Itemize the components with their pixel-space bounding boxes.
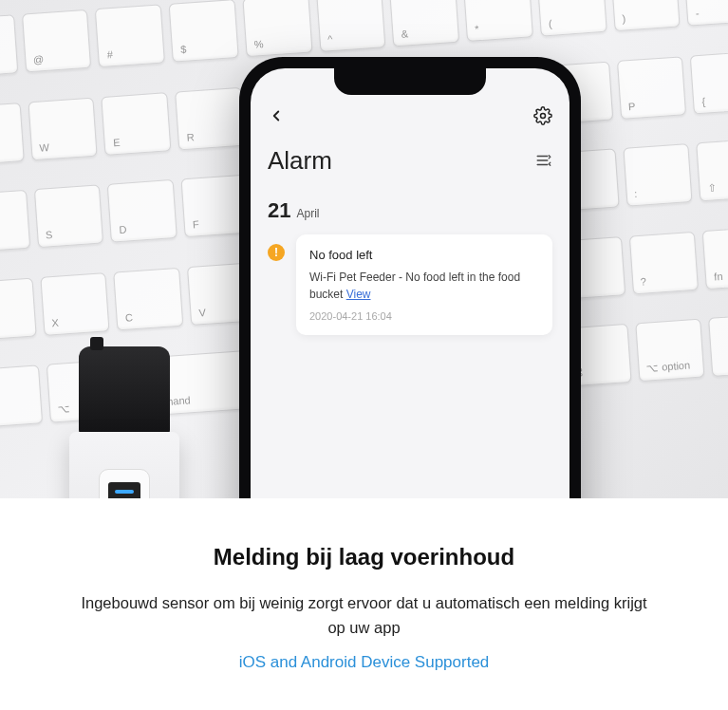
- key: :: [623, 143, 693, 207]
- key: &: [389, 0, 459, 47]
- key: X: [40, 272, 110, 336]
- key: *: [463, 0, 533, 42]
- key: $: [169, 0, 239, 63]
- key: C: [114, 267, 184, 330]
- key: fn: [702, 226, 728, 290]
- caption-body: Ingebouwd sensor om bij weinig zorgt erv…: [80, 591, 649, 640]
- key: %: [242, 0, 312, 57]
- key: [708, 314, 728, 378]
- key: D: [107, 179, 177, 243]
- phone-notch: [334, 68, 486, 95]
- key: ⌥ option: [635, 319, 705, 383]
- caption-support: iOS and Android Device Supported: [38, 653, 690, 672]
- key: W: [28, 97, 98, 160]
- notification-card[interactable]: No food left Wi-Fi Pet Feeder - No food …: [296, 234, 552, 335]
- key: ^: [316, 0, 386, 52]
- key: P: [616, 56, 686, 120]
- key: Z: [0, 277, 36, 341]
- phone-mockup: Alarm 21 April ! No food left Wi-Fi Pet …: [239, 57, 581, 498]
- key: ?: [628, 232, 699, 295]
- feeder-control-panel: [99, 469, 150, 498]
- page-title-row: Alarm: [251, 139, 569, 181]
- feeder-hopper: [79, 346, 170, 434]
- notification-title: No food left: [309, 246, 539, 265]
- key: -: [684, 0, 728, 27]
- key: @: [22, 9, 92, 73]
- notification-body-text: Wi-Fi Pet Feeder - No food left in the f…: [309, 271, 520, 301]
- date-day: 21: [268, 198, 290, 223]
- notification-body: Wi-Fi Pet Feeder - No food left in the f…: [309, 269, 539, 303]
- key: A: [0, 190, 30, 253]
- warning-icon: !: [268, 244, 285, 261]
- date-row: 21 April: [251, 181, 569, 231]
- key: Q: [0, 103, 24, 166]
- caption-block: Melding bij laag voerinhoud Ingebouwd se…: [0, 498, 728, 691]
- back-button[interactable]: [268, 107, 285, 128]
- key: R: [175, 86, 245, 150]
- key: ⇧: [696, 139, 728, 202]
- key: ): [610, 0, 681, 31]
- settings-button[interactable]: [533, 106, 552, 129]
- svg-point-0: [541, 114, 546, 119]
- view-link[interactable]: View: [346, 288, 371, 301]
- date-month: April: [296, 207, 319, 220]
- notification-timestamp: 2020-04-21 16:04: [309, 308, 539, 325]
- key: #: [95, 4, 165, 67]
- key: !: [0, 14, 18, 78]
- key: {: [690, 50, 728, 114]
- key: S: [34, 185, 104, 249]
- phone-screen: Alarm 21 April ! No food left Wi-Fi Pet …: [251, 68, 569, 498]
- filter-button[interactable]: [535, 146, 552, 176]
- caption-title: Melding bij laag voerinhoud: [38, 544, 690, 570]
- notification-row: ! No food left Wi-Fi Pet Feeder - No foo…: [251, 231, 569, 339]
- feeder-display: [108, 482, 140, 498]
- product-scene: ! @ # $ % ^ & * ( ) - Q W E R T Y U I O …: [0, 0, 728, 498]
- filter-list-icon: [535, 152, 552, 169]
- key: ⌃: [0, 365, 43, 429]
- pet-feeder-illustration: [53, 346, 196, 498]
- gear-icon: [533, 106, 552, 125]
- feeder-body: [69, 432, 179, 498]
- key: (: [536, 0, 607, 37]
- chevron-left-icon: [268, 107, 285, 124]
- page-title: Alarm: [268, 146, 332, 176]
- key: E: [102, 92, 172, 156]
